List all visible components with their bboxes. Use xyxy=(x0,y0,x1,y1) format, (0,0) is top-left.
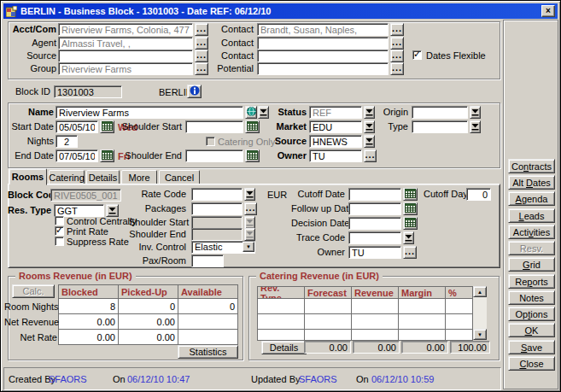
name-field[interactable] xyxy=(56,106,243,119)
owner-lookup-button[interactable]: ... xyxy=(364,149,377,162)
tab-cancel[interactable]: Cancel xyxy=(159,170,200,184)
sidebar-button-activities[interactable]: Activities xyxy=(508,225,555,239)
cutoff-date-label: Cutoff Date xyxy=(291,188,345,201)
origin-list-button[interactable] xyxy=(470,106,481,119)
sidebar-button-close[interactable]: Close xyxy=(508,356,555,371)
rooms-revenue-table: Blocked Picked-Up Available 8 0 0 0.00 0… xyxy=(58,284,238,345)
cutoff-date-calendar-button[interactable] xyxy=(403,188,418,201)
res-type-list-button[interactable] xyxy=(106,204,119,217)
end-date-field[interactable] xyxy=(56,149,98,162)
acct-com-lookup-button[interactable]: ... xyxy=(195,23,208,36)
start-date-field[interactable] xyxy=(56,120,98,133)
suppress-rate-checkbox[interactable] xyxy=(55,237,64,246)
sidebar-button-ok[interactable]: OK xyxy=(508,323,555,337)
decision-date-field[interactable] xyxy=(348,217,401,230)
packages-field[interactable] xyxy=(191,202,243,215)
acct-com-field[interactable] xyxy=(58,23,193,36)
potential-lookup-button[interactable]: ... xyxy=(390,62,404,75)
trace-code-field[interactable] xyxy=(348,231,401,244)
tab-rooms[interactable]: Rooms xyxy=(9,168,47,185)
window-title: BERLIN - Business Block - 1301003 - Date… xyxy=(20,6,271,16)
catering-table-scrollbar[interactable]: ▲ ▼ xyxy=(473,286,487,340)
rooms-owner-field[interactable] xyxy=(348,246,401,259)
decision-date-calendar-button[interactable] xyxy=(403,217,418,230)
type-list-button[interactable] xyxy=(470,120,481,133)
source2-field[interactable] xyxy=(309,135,362,148)
button-label: Resv. xyxy=(520,243,543,254)
sidebar-button-contracts[interactable]: Contracts xyxy=(508,159,555,173)
dropdown-list-icon xyxy=(471,108,479,118)
scroll-up-button[interactable]: ▲ xyxy=(473,286,487,297)
close-window-button[interactable]: × xyxy=(541,5,555,17)
potential-field[interactable] xyxy=(257,62,389,75)
sidebar-button-agenda[interactable]: Agenda xyxy=(508,191,555,206)
rate-code-field[interactable] xyxy=(191,188,243,201)
contact1-lookup-button[interactable]: ... xyxy=(390,23,404,36)
shoulder-start-calendar-button[interactable] xyxy=(245,120,260,133)
inv-control-combobox[interactable]: Elastic ▼ xyxy=(191,241,255,254)
source-field[interactable] xyxy=(58,50,193,62)
info-icon xyxy=(190,85,200,97)
contact2-field[interactable] xyxy=(257,37,389,50)
cutoff-date-field[interactable] xyxy=(348,188,401,201)
group-lookup-button[interactable]: ... xyxy=(195,62,208,75)
contact3-field[interactable] xyxy=(257,50,389,62)
follow-up-date-calendar-button[interactable] xyxy=(403,202,418,215)
dropdown-list-icon xyxy=(365,137,373,147)
source2-list-button[interactable] xyxy=(364,135,375,148)
dates-flexible-checkbox[interactable]: ✓ xyxy=(412,50,422,60)
origin-field[interactable] xyxy=(412,106,468,119)
tab-catering[interactable]: Catering xyxy=(49,170,85,184)
table-cell xyxy=(305,330,352,341)
contact2-lookup-button[interactable]: ... xyxy=(390,37,404,50)
shoulder-end-field[interactable] xyxy=(185,149,243,162)
block-code-field xyxy=(50,189,121,202)
rooms-owner-lookup-button[interactable]: ... xyxy=(403,246,417,259)
scroll-down-button[interactable]: ▼ xyxy=(473,329,487,340)
column-header: Blocked xyxy=(59,285,119,299)
tab-more[interactable]: More xyxy=(121,170,157,184)
pax-room-field[interactable] xyxy=(191,255,224,267)
pax-room-label: Pax/Room xyxy=(129,255,186,267)
type-field[interactable] xyxy=(412,120,468,133)
name-translate-button[interactable] xyxy=(245,106,257,119)
chevron-down-icon[interactable]: ▼ xyxy=(243,242,254,252)
res-type-field[interactable] xyxy=(54,204,104,217)
button-label: Reports xyxy=(515,277,548,287)
sidebar-button-reports[interactable]: Reports xyxy=(508,274,555,289)
market-field[interactable] xyxy=(309,120,362,133)
contact3-lookup-button[interactable]: ... xyxy=(390,50,404,62)
follow-up-date-field[interactable] xyxy=(348,202,401,215)
shoulder-start-field[interactable] xyxy=(185,120,243,133)
cutoff-days-field[interactable] xyxy=(466,188,491,201)
owner-field[interactable] xyxy=(309,149,362,162)
source-lookup-button[interactable]: ... xyxy=(195,50,208,62)
print-rate-checkbox[interactable]: ✓ xyxy=(55,226,64,236)
agent-field[interactable] xyxy=(58,37,193,50)
sidebar-button-options[interactable]: Options xyxy=(508,307,555,321)
end-date-calendar-button[interactable] xyxy=(100,149,114,162)
decision-date-label: Decision Date xyxy=(291,217,345,230)
packages-label: Packages xyxy=(129,202,186,215)
tab-details[interactable]: Details xyxy=(86,170,120,184)
rate-code-list-button[interactable] xyxy=(244,188,255,201)
shoulder-end-calendar-button[interactable] xyxy=(245,149,260,162)
packages-lookup-button[interactable]: ... xyxy=(244,202,257,215)
nights-field[interactable] xyxy=(56,135,78,148)
group-field[interactable] xyxy=(58,62,193,75)
sidebar-button-grid[interactable]: Grid xyxy=(508,257,555,272)
agent-lookup-button[interactable]: ... xyxy=(195,37,208,50)
status-field[interactable] xyxy=(309,106,362,119)
sidebar-button-leads[interactable]: Leads xyxy=(508,208,555,223)
sidebar-button-notes[interactable]: Notes xyxy=(508,290,555,305)
property-info-button[interactable] xyxy=(187,85,202,98)
sidebar-button-alt-dates[interactable]: Alt Dates xyxy=(508,175,555,190)
statistics-button[interactable]: Statistics xyxy=(178,345,238,359)
trace-code-list-button[interactable] xyxy=(403,231,414,244)
button-label: Contracts xyxy=(511,161,552,172)
contact1-field[interactable] xyxy=(257,23,389,36)
start-date-calendar-button[interactable] xyxy=(100,120,114,133)
sidebar-button-save[interactable]: Save xyxy=(508,340,555,354)
details-button[interactable]: Details xyxy=(261,341,307,354)
updated-by-value: SFAORS xyxy=(299,374,337,385)
